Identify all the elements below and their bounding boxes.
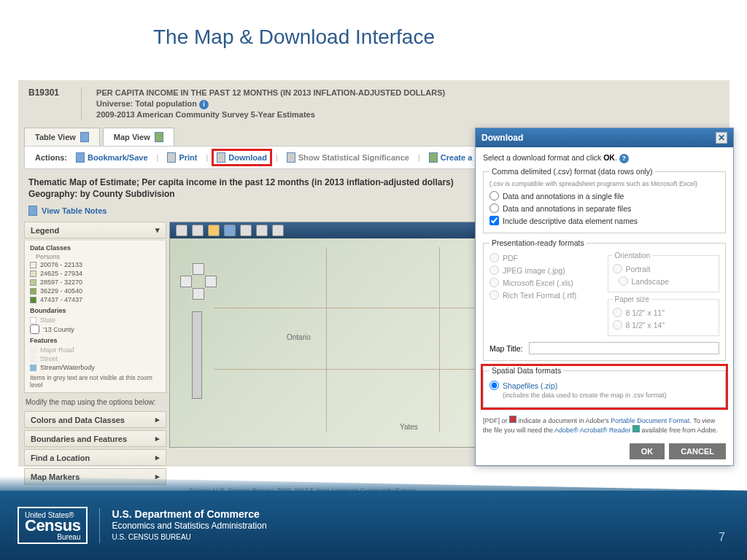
shapefile-radio[interactable]: Shapefiles (.zip)	[489, 379, 719, 392]
legend-body: Data Classes Persons 20076 - 2213324625 …	[24, 241, 166, 393]
stats-action[interactable]: Show Statistical Significance	[284, 151, 412, 164]
pan-north-button[interactable]	[193, 263, 204, 275]
zoom-out-button[interactable]	[192, 225, 204, 236]
xls-radio[interactable]: Microsoft Excel (.xls)	[489, 276, 602, 289]
paper-11-radio[interactable]: 8 1/2" x 11"	[613, 306, 715, 319]
ok-button[interactable]: OK	[630, 443, 665, 459]
external-icon	[632, 425, 640, 432]
sidebar: Legend▾ Data Classes Persons 20076 - 221…	[24, 222, 166, 485]
chevron-right-icon: ▸	[155, 453, 160, 462]
slide-title: The Map & Download Interface	[0, 0, 747, 60]
pan-button[interactable]	[208, 225, 220, 236]
map-title-label: Map Title:	[489, 344, 523, 353]
stats-icon	[287, 152, 295, 163]
pan-south-button[interactable]	[193, 288, 204, 300]
census-logo: United States® Census Bureau	[18, 507, 88, 544]
spatial-fieldset: Spatial Data formats Shapefiles (.zip) (…	[483, 366, 726, 408]
landscape-radio[interactable]: Landscape	[619, 275, 669, 287]
print-icon	[167, 152, 176, 163]
pan-east-button[interactable]	[205, 276, 217, 287]
csv-separate-radio[interactable]: Data and annotations in separate files	[489, 202, 719, 214]
survey: 2009-2013 American Community Survey 5-Ye…	[96, 109, 445, 120]
download-icon	[217, 152, 225, 163]
modal-header: Download ✕	[476, 128, 733, 147]
legend-range: 28597 - 32270	[30, 278, 160, 287]
table-icon	[80, 132, 89, 142]
map-title-input[interactable]	[529, 342, 719, 354]
chevron-right-icon: ▸	[155, 415, 160, 424]
zoom-slider[interactable]	[192, 311, 202, 399]
county-checkbox[interactable]	[30, 324, 39, 334]
rtf-radio[interactable]: Rich Text Format (.rtf)	[489, 289, 602, 301]
portrait-radio[interactable]: Portrait	[613, 262, 715, 275]
notes-icon	[28, 206, 37, 216]
print-map-button[interactable]	[272, 225, 284, 236]
zoom-in-button[interactable]	[176, 225, 187, 236]
tab-map-view[interactable]: Map View	[103, 128, 174, 146]
map-label-yates: Yates	[400, 423, 418, 431]
pdf-icon	[509, 416, 516, 423]
universe: Universe: Total population	[96, 99, 197, 108]
table-id: B19301	[28, 88, 82, 120]
download-modal: Download ✕ Select a download format and …	[475, 128, 734, 466]
table-header: B19301 PER CAPITA INCOME IN THE PAST 12 …	[18, 80, 729, 125]
bookmark-icon	[76, 152, 85, 163]
legend-range: 20076 - 22133	[30, 260, 160, 269]
panel-colors[interactable]: Colors and Data Classes▸	[24, 411, 166, 428]
chevron-down-icon: ▾	[155, 225, 160, 235]
legend-range: 47437 - 47437	[30, 295, 160, 304]
create-icon	[429, 152, 438, 163]
nav-pad	[180, 263, 217, 300]
legend-header[interactable]: Legend▾	[24, 222, 166, 238]
slide-footer: United States® Census Bureau U.S. Depart…	[0, 491, 747, 560]
bookmark-action[interactable]: Bookmark/Save	[73, 151, 151, 164]
tab-table-view[interactable]: Table View	[24, 128, 100, 146]
close-icon[interactable]: ✕	[716, 132, 727, 144]
modal-footnote: [PDF] or indicate a document in Adobe's …	[483, 413, 726, 440]
modify-label: Modify the map using the options below:	[24, 395, 166, 409]
extent-button[interactable]	[224, 225, 236, 236]
paper-14-radio[interactable]: 8 1/2" x 14"	[613, 319, 715, 331]
page-number: 7	[719, 531, 725, 544]
print-action[interactable]: Print	[164, 151, 200, 164]
csv-descriptive-check[interactable]: Include descriptive data element names	[489, 214, 719, 227]
identify-button[interactable]	[240, 225, 252, 236]
map-icon	[155, 132, 163, 142]
jpeg-radio[interactable]: JPEG image (.jpg)	[489, 264, 602, 276]
info-icon[interactable]: i	[199, 100, 209, 109]
map-label-ontario: Ontario	[287, 333, 311, 341]
presentation-fieldset: Presentation-ready formats PDF JPEG imag…	[483, 238, 726, 361]
pdf-radio[interactable]: PDF	[489, 252, 602, 264]
pdf-format-link[interactable]: Portable Document Format	[611, 417, 689, 424]
acrobat-link[interactable]: Adobe® Acrobat® Reader	[554, 427, 630, 434]
csv-fieldset: Comma delimited (.csv) format (data rows…	[483, 167, 726, 233]
legend-range: 36229 - 40540	[30, 287, 160, 295]
download-action[interactable]: Download	[214, 151, 270, 164]
pan-west-button[interactable]	[180, 276, 192, 287]
select-button[interactable]	[256, 225, 268, 236]
actions-label: Actions:	[35, 153, 67, 162]
panel-boundaries[interactable]: Boundaries and Features▸	[24, 430, 166, 447]
department-info: U.S. Department of Commerce Economics an…	[99, 508, 266, 543]
csv-single-radio[interactable]: Data and annotations in a single file	[489, 190, 719, 202]
view-tabs: Table View Map View	[24, 128, 174, 146]
cancel-button[interactable]: CANCEL	[669, 443, 726, 459]
legend-range: 24625 - 27934	[30, 269, 160, 278]
help-icon[interactable]: ?	[619, 154, 629, 163]
table-title: PER CAPITA INCOME IN THE PAST 12 MONTHS …	[96, 88, 445, 98]
panel-find[interactable]: Find a Location▸	[24, 449, 166, 466]
chevron-right-icon: ▸	[155, 434, 160, 443]
